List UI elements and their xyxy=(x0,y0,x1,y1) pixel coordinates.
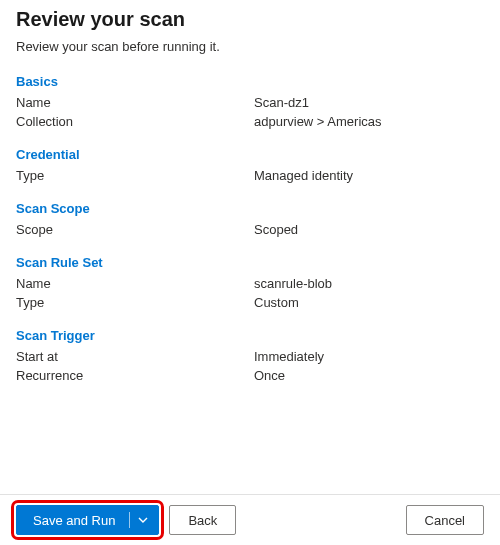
label-basics-collection: Collection xyxy=(16,114,254,129)
value-trigger-start: Immediately xyxy=(254,349,324,364)
section-heading-ruleset: Scan Rule Set xyxy=(16,255,484,270)
value-credential-type: Managed identity xyxy=(254,168,353,183)
row-basics-collection: Collection adpurview > Americas xyxy=(16,114,484,129)
row-ruleset-name: Name scanrule-blob xyxy=(16,276,484,291)
page-title: Review your scan xyxy=(16,8,484,31)
label-ruleset-name: Name xyxy=(16,276,254,291)
row-credential-type: Type Managed identity xyxy=(16,168,484,183)
row-trigger-start: Start at Immediately xyxy=(16,349,484,364)
value-basics-name: Scan-dz1 xyxy=(254,95,309,110)
save-and-run-button[interactable]: Save and Run xyxy=(17,506,129,534)
label-trigger-recurrence: Recurrence xyxy=(16,368,254,383)
back-button[interactable]: Back xyxy=(169,505,236,535)
cancel-button[interactable]: Cancel xyxy=(406,505,484,535)
save-and-run-dropdown[interactable] xyxy=(130,506,158,534)
value-ruleset-name: scanrule-blob xyxy=(254,276,332,291)
label-ruleset-type: Type xyxy=(16,295,254,310)
row-trigger-recurrence: Recurrence Once xyxy=(16,368,484,383)
save-and-run-split-button[interactable]: Save and Run xyxy=(16,505,159,535)
section-heading-trigger: Scan Trigger xyxy=(16,328,484,343)
value-basics-collection: adpurview > Americas xyxy=(254,114,382,129)
label-scope: Scope xyxy=(16,222,254,237)
label-credential-type: Type xyxy=(16,168,254,183)
section-heading-basics: Basics xyxy=(16,74,484,89)
label-trigger-start: Start at xyxy=(16,349,254,364)
row-ruleset-type: Type Custom xyxy=(16,295,484,310)
value-scope: Scoped xyxy=(254,222,298,237)
chevron-down-icon xyxy=(138,517,148,523)
section-heading-scope: Scan Scope xyxy=(16,201,484,216)
value-ruleset-type: Custom xyxy=(254,295,299,310)
row-basics-name: Name Scan-dz1 xyxy=(16,95,484,110)
row-scope: Scope Scoped xyxy=(16,222,484,237)
page-subtitle: Review your scan before running it. xyxy=(16,39,484,54)
footer-bar: Save and Run Back Cancel xyxy=(0,494,500,545)
section-heading-credential: Credential xyxy=(16,147,484,162)
value-trigger-recurrence: Once xyxy=(254,368,285,383)
label-basics-name: Name xyxy=(16,95,254,110)
